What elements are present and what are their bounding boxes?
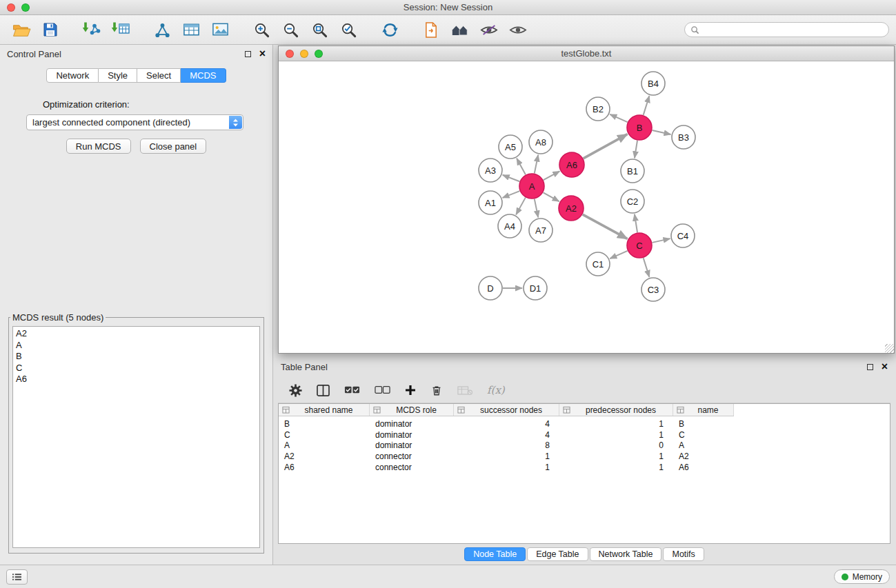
result-item-a6[interactable]: A6 <box>16 374 257 385</box>
float-table-panel-icon[interactable] <box>867 364 873 370</box>
graph-node-A4[interactable]: A4 <box>498 214 521 238</box>
deselect-all-icon[interactable] <box>375 385 390 395</box>
zoom-fit-icon[interactable] <box>305 18 334 41</box>
result-item-a2[interactable]: A2 <box>16 328 257 340</box>
result-item-b[interactable]: B <box>16 351 257 363</box>
import-table-icon[interactable] <box>106 18 135 41</box>
graph-node-A8[interactable]: A8 <box>529 130 552 154</box>
network-window-titlebar[interactable]: testGlobe.txt <box>279 46 894 61</box>
graph-node-A5[interactable]: A5 <box>499 135 522 159</box>
delete-table-icon[interactable] <box>457 385 472 396</box>
zoom-in-icon[interactable] <box>247 18 276 41</box>
memory-button[interactable]: Memory <box>834 569 890 584</box>
graph-node-A6[interactable]: A6 <box>559 152 584 177</box>
edge-C-C2[interactable] <box>635 214 637 232</box>
tab-select[interactable]: Select <box>137 68 181 83</box>
open-session-icon[interactable] <box>7 18 36 41</box>
table-row-c[interactable]: Cdominator41C <box>279 429 890 440</box>
close-window-button[interactable] <box>7 3 15 12</box>
graph-node-C2[interactable]: C2 <box>621 190 644 213</box>
save-session-icon[interactable] <box>36 18 65 41</box>
homes-icon[interactable] <box>446 18 475 41</box>
graph-node-B1[interactable]: B1 <box>621 159 644 183</box>
result-item-a[interactable]: A <box>16 340 257 352</box>
network-zoom-button[interactable] <box>315 50 323 58</box>
column-header-predecessor-nodes[interactable]: predecessor nodes <box>559 404 673 416</box>
edge-C-C4[interactable] <box>653 239 670 243</box>
zoom-out-icon[interactable] <box>276 18 305 41</box>
graph-node-C4[interactable]: C4 <box>671 224 695 247</box>
table-row-a6[interactable]: A6connector11A6 <box>279 462 890 473</box>
edge-A-A1[interactable] <box>503 191 520 198</box>
tab-edge-table[interactable]: Edge Table <box>527 547 588 561</box>
eye-slash-icon[interactable] <box>475 18 504 41</box>
run-mcds-button[interactable]: Run MCDS <box>66 139 131 154</box>
tab-style[interactable]: Style <box>99 68 137 83</box>
graph-node-B[interactable]: B <box>627 115 652 140</box>
select-all-icon[interactable] <box>344 385 360 395</box>
graph-node-B3[interactable]: B3 <box>672 125 695 149</box>
graph-node-C3[interactable]: C3 <box>641 278 665 301</box>
column-header-mcds-role[interactable]: MCDS role <box>370 404 454 416</box>
graph-node-A1[interactable]: A1 <box>479 191 502 214</box>
new-network-icon[interactable] <box>148 18 177 41</box>
tab-network-table[interactable]: Network Table <box>590 547 662 561</box>
network-canvas[interactable]: B4B2BB3A5A8A6B1A3AC2A1A2A4A7C4CC1C3DD1 <box>279 61 894 353</box>
tab-motifs[interactable]: Motifs <box>663 547 704 561</box>
graph-node-C1[interactable]: C1 <box>586 252 610 276</box>
edge-A-A6[interactable] <box>544 171 560 180</box>
import-network-icon[interactable] <box>77 18 106 41</box>
network-minimize-button[interactable] <box>300 50 308 58</box>
function-builder-icon[interactable]: f(x) <box>487 384 505 396</box>
graph-node-C[interactable]: C <box>627 233 652 258</box>
column-header-name[interactable]: name <box>673 404 734 416</box>
search-box[interactable] <box>684 22 889 37</box>
edge-B-B3[interactable] <box>653 130 671 134</box>
table-row-a[interactable]: Adominator80A <box>279 440 890 451</box>
graph-node-A[interactable]: A <box>519 174 544 199</box>
float-panel-icon[interactable] <box>245 51 251 57</box>
edge-A-A2[interactable] <box>544 192 559 201</box>
eye-icon[interactable] <box>504 18 532 41</box>
graph-node-D[interactable]: D <box>479 276 502 300</box>
edge-A6-B[interactable] <box>584 134 628 159</box>
task-history-button[interactable] <box>6 569 28 585</box>
close-panel-icon[interactable]: × <box>259 48 266 59</box>
trash-icon[interactable] <box>430 384 443 396</box>
table-row-a2[interactable]: A2connector11A2 <box>279 451 890 462</box>
resize-handle[interactable] <box>885 344 894 353</box>
edge-A-A8[interactable] <box>535 155 538 174</box>
edge-A-A3[interactable] <box>503 175 520 181</box>
column-icon[interactable] <box>317 385 330 396</box>
edge-C-C3[interactable] <box>644 258 650 277</box>
tab-mcds[interactable]: MCDS <box>181 68 226 83</box>
export-image-icon[interactable] <box>206 18 235 41</box>
network-close-button[interactable] <box>286 50 294 58</box>
document-arrow-icon[interactable] <box>417 18 446 41</box>
add-icon[interactable] <box>405 385 416 396</box>
edge-B-B2[interactable] <box>610 114 627 122</box>
column-header-successor-nodes[interactable]: successor nodes <box>454 404 559 416</box>
edge-A-A4[interactable] <box>516 198 526 215</box>
tab-node-table[interactable]: Node Table <box>464 547 526 561</box>
graph-node-A3[interactable]: A3 <box>479 159 502 182</box>
refresh-layout-icon[interactable] <box>375 18 404 41</box>
graph-node-B4[interactable]: B4 <box>641 72 665 95</box>
graph-node-A7[interactable]: A7 <box>529 219 552 242</box>
edge-A2-C[interactable] <box>583 214 628 239</box>
gear-icon[interactable] <box>289 384 302 397</box>
new-table-icon[interactable] <box>177 18 206 41</box>
column-header-shared-name[interactable]: shared name <box>279 404 370 416</box>
zoom-selected-icon[interactable] <box>334 18 363 41</box>
graph-node-A2[interactable]: A2 <box>559 196 584 221</box>
graph-node-B2[interactable]: B2 <box>586 97 610 121</box>
edge-A-A5[interactable] <box>517 159 526 175</box>
close-panel-button[interactable]: Close panel <box>140 139 207 154</box>
edge-A-A7[interactable] <box>535 199 538 218</box>
tab-network[interactable]: Network <box>46 68 99 83</box>
zoom-window-button[interactable] <box>21 3 30 12</box>
criterion-dropdown[interactable]: largest connected component (directed) <box>26 114 243 130</box>
edge-C-C1[interactable] <box>610 251 627 258</box>
graph-node-D1[interactable]: D1 <box>524 276 547 300</box>
search-input[interactable] <box>703 25 883 34</box>
